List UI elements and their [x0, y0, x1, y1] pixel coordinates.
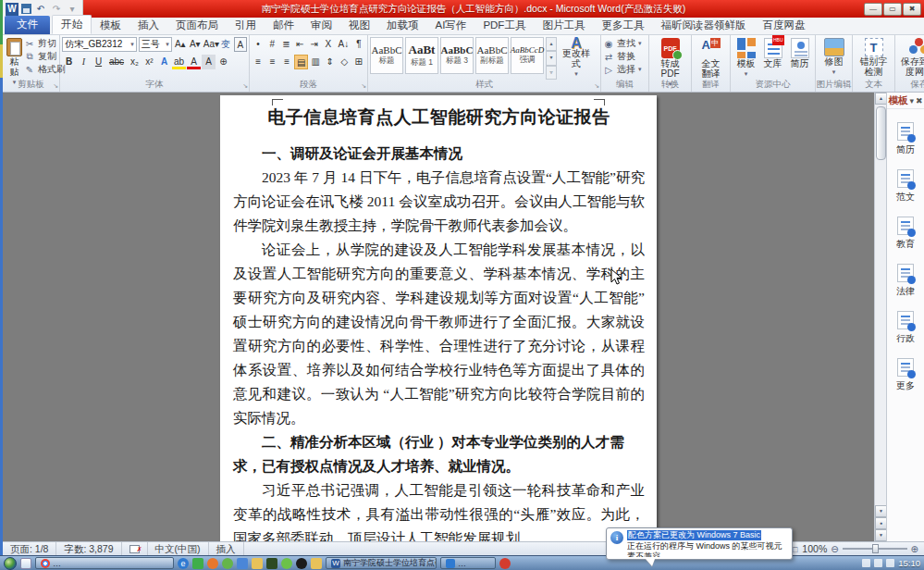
- justify-button[interactable]: ▤: [294, 55, 308, 69]
- balloon-title[interactable]: 配色方案已更改为 Windows 7 Basic: [627, 530, 761, 540]
- bullets-button[interactable]: •: [252, 37, 265, 52]
- maximize-button[interactable]: ▭: [883, 3, 902, 16]
- taskbar-ie-icon[interactable]: e: [178, 558, 189, 569]
- replace-button[interactable]: ⇄替换: [603, 50, 647, 63]
- subscript-button[interactable]: x₂: [128, 55, 142, 69]
- font-color-button[interactable]: A: [187, 55, 201, 69]
- text-effects-button[interactable]: A: [157, 55, 171, 69]
- font-family-select[interactable]: 仿宋_GB2312▾: [62, 37, 137, 52]
- typo-check-button[interactable]: T 错别字 检测: [855, 37, 893, 78]
- start-button[interactable]: [4, 557, 17, 570]
- clipboard-dialog-launcher[interactable]: ↘: [53, 82, 58, 90]
- save-to-baidu-button[interactable]: 保存到百 度网盘: [897, 37, 924, 78]
- language-indicator[interactable]: 中文(中国): [148, 542, 209, 556]
- font-size-select[interactable]: 三号▾: [139, 37, 172, 52]
- tab-foxit[interactable]: 福昕阅读器领鲜版: [652, 17, 754, 34]
- sort-button[interactable]: A↓: [336, 37, 351, 52]
- tab-file[interactable]: 文件: [5, 16, 50, 34]
- tray-icon-2[interactable]: [874, 559, 882, 567]
- document-page[interactable]: 电子信息培育点人工智能研究方向论证报告 一、调研及论证会开展基本情况 2023 …: [220, 95, 657, 541]
- shrink-font-button[interactable]: A▾: [189, 37, 202, 52]
- change-case-button[interactable]: Aa▾: [203, 37, 217, 52]
- tray-icon-1[interactable]: [862, 559, 870, 567]
- panel-item-resume[interactable]: 简历: [887, 122, 924, 156]
- superscript-button[interactable]: x²: [142, 55, 156, 69]
- style-item-subtitle[interactable]: AaBbC 副标题: [475, 37, 509, 74]
- styles-gallery-more-button[interactable]: ▿: [546, 66, 557, 80]
- tab-home[interactable]: 开始: [52, 15, 92, 34]
- character-border-button[interactable]: A: [234, 37, 247, 52]
- change-styles-button[interactable]: A 更改样式 ▾: [557, 37, 596, 80]
- notification-balloon[interactable]: i 配色方案已更改为 Windows 7 Basic 正在运行的程序与 Wind…: [606, 527, 793, 560]
- zoom-slider-thumb[interactable]: [872, 544, 879, 553]
- full-translate-button[interactable]: A中 全文 翻译: [694, 37, 728, 80]
- library-button[interactable]: HBU 文库: [759, 37, 786, 80]
- style-item-heading1[interactable]: AaBt 标题 1: [405, 37, 438, 74]
- tab-page-layout[interactable]: 页面布局: [167, 17, 227, 34]
- scrollbar-thumb[interactable]: [876, 106, 886, 160]
- align-center-button[interactable]: ≡: [265, 55, 278, 69]
- strikethrough-button[interactable]: abc: [106, 55, 127, 69]
- panel-item-administrative[interactable]: 行政: [887, 311, 924, 345]
- taskbar-folder-icon[interactable]: [252, 558, 263, 569]
- tab-pdf-tools[interactable]: PDF工具: [474, 17, 534, 34]
- tab-references[interactable]: 引用: [227, 17, 265, 34]
- templates-button[interactable]: 模板 ▾: [733, 37, 759, 80]
- tab-template[interactable]: 模板: [92, 17, 129, 34]
- tab-insert[interactable]: 插入: [129, 17, 167, 34]
- find-button[interactable]: ◉查找▾: [603, 37, 647, 50]
- panel-item-law[interactable]: 法律: [887, 264, 924, 298]
- bold-button[interactable]: B: [62, 55, 76, 69]
- multilevel-list-button[interactable]: ≣: [279, 37, 292, 52]
- taskbar-notepad-icon[interactable]: [266, 558, 277, 569]
- italic-button[interactable]: I: [77, 55, 91, 69]
- taskbar-red-tray-icon[interactable]: [499, 558, 511, 569]
- highlight-color-button[interactable]: ab: [172, 55, 186, 69]
- panel-item-sample-essay[interactable]: 范文: [887, 169, 924, 204]
- word-count[interactable]: 字数: 3,879: [56, 542, 121, 556]
- taskbar-blue-folder-icon[interactable]: [237, 558, 248, 569]
- asian-layout-button[interactable]: X: [322, 37, 335, 52]
- tab-review[interactable]: 审阅: [302, 17, 340, 34]
- show-marks-button[interactable]: ¶: [352, 37, 365, 52]
- taskbar-chrome-window[interactable]: …: [35, 557, 174, 569]
- select-button[interactable]: ▷选择▾: [603, 63, 647, 76]
- taskbar-firefox-icon[interactable]: [207, 558, 218, 569]
- template-panel-dropdown-icon[interactable]: ▾: [909, 96, 914, 105]
- styles-scroll-up-button[interactable]: ▴: [546, 37, 557, 51]
- panel-item-education[interactable]: 教育: [887, 217, 924, 251]
- qat-customize-button[interactable]: ▾: [66, 3, 79, 16]
- distribute-button[interactable]: ▥: [309, 55, 322, 69]
- photo-edit-button[interactable]: 修图 ▾: [818, 37, 850, 78]
- taskbar-green-app-icon[interactable]: [192, 558, 203, 569]
- character-shading-button[interactable]: A: [202, 55, 216, 69]
- undo-button[interactable]: ↶: [34, 3, 47, 16]
- zoom-in-button[interactable]: ⊕: [911, 544, 918, 554]
- tab-more-tools[interactable]: 更多工具: [593, 17, 652, 34]
- word-app-icon[interactable]: W: [6, 3, 18, 16]
- font-dialog-launcher[interactable]: ↘: [242, 82, 248, 90]
- draft-view-icon[interactable]: □: [792, 545, 798, 554]
- panel-item-more[interactable]: 更多: [887, 358, 924, 392]
- style-item-emphasis[interactable]: AaBbCcD 强调: [511, 37, 544, 74]
- tab-picture-tools[interactable]: 图片工具: [534, 17, 593, 34]
- phonetic-guide-button[interactable]: 变: [219, 37, 232, 52]
- tray-icon-3[interactable]: [886, 559, 894, 567]
- zoom-out-button[interactable]: ⊖: [831, 544, 838, 554]
- document-scrollbar[interactable]: ▲ ▼ ● ▼: [874, 93, 886, 541]
- paragraph-dialog-launcher[interactable]: ↘: [361, 82, 366, 90]
- minimize-button[interactable]: —: [864, 3, 882, 16]
- underline-button[interactable]: U: [92, 55, 105, 69]
- taskbar-360-icon[interactable]: [222, 558, 233, 569]
- taskbar-green-round-icon[interactable]: [281, 558, 292, 569]
- tab-ai-writing[interactable]: AI写作: [427, 17, 475, 34]
- borders-button[interactable]: ⊞: [351, 55, 364, 69]
- zoom-level[interactable]: 100%: [802, 543, 827, 554]
- enclose-characters-button[interactable]: ⊕: [216, 55, 230, 69]
- style-item-heading3[interactable]: AaBbC 标题 3: [440, 37, 474, 74]
- taskbar-qq-icon[interactable]: [296, 558, 307, 569]
- clock[interactable]: 15:10: [898, 558, 920, 568]
- taskbar-photos-icon[interactable]: [20, 558, 31, 569]
- align-left-button[interactable]: ≡: [252, 55, 265, 69]
- shading-button[interactable]: ◇: [338, 55, 351, 69]
